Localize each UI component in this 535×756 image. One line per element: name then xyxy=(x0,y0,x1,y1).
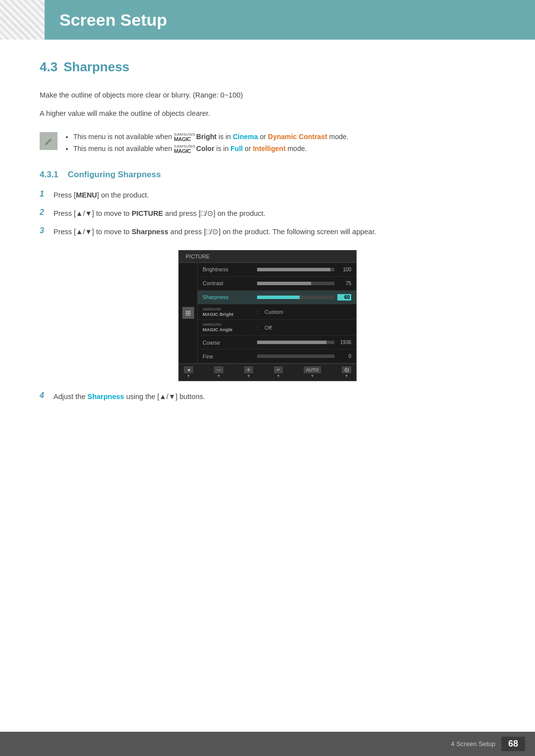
osd-label-magic-angle: SAMSUNG MAGIC Angle xyxy=(203,322,257,333)
osd-btn-enter: ↵ ▼ xyxy=(274,366,283,378)
note2-intelligent: Intelligent xyxy=(253,145,285,152)
section-title: 4.3 Sharpness xyxy=(40,59,495,75)
osd-btn-power-label: ▼ xyxy=(345,374,349,378)
step3-num: 3 xyxy=(40,226,49,235)
osd-header: PICTURE xyxy=(179,251,356,263)
osd-num-coarse: 1936 xyxy=(337,340,351,345)
osd-label-coarse: Coarse xyxy=(203,340,257,346)
osd-bar-fine xyxy=(257,354,334,358)
main-content: 4.3 Sharpness Make the outline of object… xyxy=(0,59,535,452)
osd-value-sharpness: 60 xyxy=(257,294,351,301)
osd-btn-enter-icon: ↵ xyxy=(274,366,283,373)
note2-full: Full xyxy=(230,145,243,152)
osd-bar-brightness xyxy=(257,268,334,271)
osd-btn-minus-label: ▼ xyxy=(217,374,221,378)
steps-list: 1 Press [MENU] on the product. 2 Press [… xyxy=(40,190,495,403)
osd-value-magic-angle: : Off xyxy=(257,325,351,331)
osd-btn-auto-label: ▼ xyxy=(311,374,315,378)
subsection-spacer xyxy=(61,170,65,179)
step4-text: Adjust the Sharpness using the [▲/▼] but… xyxy=(54,391,205,403)
osd-btn-plus: ✛ ▼ xyxy=(244,366,253,378)
osd-btn-auto-icon: AUTO xyxy=(304,366,321,373)
osd-label-sharpness: Sharpness xyxy=(203,294,257,300)
subsection-title: 4.3.1 Configuring Sharpness xyxy=(40,170,495,180)
osd-btn-back-label: ▼ xyxy=(187,374,191,378)
osd-footer: ◄ ▼ — ▼ ✛ ▼ ↵ ▼ xyxy=(179,363,356,381)
note-item-1: This menu is not available when SAMSUNG … xyxy=(73,131,348,143)
osd-value-magic-bright: : Custom xyxy=(257,309,351,315)
osd-btn-plus-label: ▼ xyxy=(247,374,251,378)
osd-left-icon: ⊞ xyxy=(179,263,198,364)
osd-btn-power: ⏻ ▼ xyxy=(342,366,351,378)
osd-value-contrast: 75 xyxy=(257,281,351,286)
osd-container: PICTURE ⊞ Brightness 1 xyxy=(40,250,495,382)
step2-key: PICTURE xyxy=(132,209,163,217)
brand-bright-label: SAMSUNG MAGIC xyxy=(174,133,196,142)
pencil-icon xyxy=(43,136,54,147)
osd-text-magic-bright: Custom xyxy=(265,309,283,315)
osd-value-coarse: 1936 xyxy=(257,340,351,345)
step2-text: Press [▲/▼] to move to PICTURE and press… xyxy=(54,208,266,219)
page-footer: 4 Screen Setup 68 xyxy=(0,732,535,756)
osd-body: ⊞ Brightness 100 xyxy=(179,263,356,364)
chapter-header: 4 Screen Setup xyxy=(0,0,535,40)
footer-page-number: 68 xyxy=(501,737,525,751)
osd-num-sharpness: 60 xyxy=(337,294,351,301)
osd-label-magic-bright: SAMSUNG MAGIC Bright xyxy=(203,307,257,317)
chapter-title: Screen Setup xyxy=(59,10,167,30)
osd-btn-enter-label: ▼ xyxy=(276,374,280,378)
osd-btn-power-icon: ⏻ xyxy=(342,366,351,373)
osd-rows: Brightness 100 Contrast xyxy=(198,263,356,364)
osd-label-contrast: Contrast xyxy=(203,280,257,286)
step4-key: Sharpness xyxy=(88,393,124,401)
note2-or: or xyxy=(245,145,253,152)
subsection-name: Configuring Sharpness xyxy=(68,170,161,179)
step2-num: 2 xyxy=(40,208,49,217)
note1-pre: This menu is not available when xyxy=(73,133,174,141)
body-line1: Make the outline of objects more clear o… xyxy=(40,90,495,101)
osd-screen: PICTURE ⊞ Brightness 1 xyxy=(178,250,357,382)
osd-value-brightness: 100 xyxy=(257,267,351,272)
brand-color-label: SAMSUNG MAGIC xyxy=(174,145,196,154)
note2-mid: is in xyxy=(216,145,231,152)
stripe-decoration xyxy=(0,0,45,40)
note2-pre: This menu is not available when xyxy=(73,145,174,152)
note1-dyncontrast: Dynamic Contrast xyxy=(268,133,327,141)
body-line2: A higher value will make the outline of … xyxy=(40,108,495,119)
osd-num-fine: 0 xyxy=(337,353,351,359)
osd-row-magic-angle: SAMSUNG MAGIC Angle : Off xyxy=(198,320,356,336)
note1-cinema: Cinema xyxy=(233,133,258,141)
step3-key: Sharpness xyxy=(132,228,168,236)
step4-num: 4 xyxy=(40,391,49,400)
osd-row-fine: Fine 0 xyxy=(198,350,356,363)
osd-value-fine: 0 xyxy=(257,353,351,359)
osd-row-coarse: Coarse 1936 xyxy=(198,336,356,350)
step1-key: MENU xyxy=(76,191,97,199)
osd-bar-sharpness xyxy=(257,296,334,299)
osd-row-sharpness: Sharpness 60 xyxy=(198,291,356,304)
note1-or: or xyxy=(260,133,268,141)
osd-num-contrast: 75 xyxy=(337,281,351,286)
note2-end: mode. xyxy=(287,145,307,152)
osd-row-brightness: Brightness 100 xyxy=(198,263,356,277)
osd-label-fine: Fine xyxy=(203,353,257,359)
osd-bar-contrast xyxy=(257,282,334,285)
step1-num: 1 xyxy=(40,190,49,199)
osd-bar-fill-brightness xyxy=(257,268,330,271)
osd-btn-auto: AUTO ▼ xyxy=(304,366,321,378)
step-4: 4 Adjust the Sharpness using the [▲/▼] b… xyxy=(40,391,495,403)
footer-text: 4 Screen Setup xyxy=(451,740,495,748)
note-box: This menu is not available when SAMSUNG … xyxy=(40,131,495,155)
osd-colon-angle: : xyxy=(257,325,259,331)
osd-btn-minus: — ▼ xyxy=(214,366,223,378)
subsection-number: 4.3.1 xyxy=(40,170,58,179)
osd-btn-back-icon: ◄ xyxy=(184,366,193,373)
section-number: 4.3 xyxy=(40,59,57,75)
osd-row-contrast: Contrast 75 xyxy=(198,277,356,291)
monitor-icon: ⊞ xyxy=(182,307,194,319)
step1-text: Press [MENU] on the product. xyxy=(54,190,149,201)
osd-colon-bright: : xyxy=(257,309,259,315)
note1-bold: Bright xyxy=(196,133,216,141)
note1-end: mode. xyxy=(329,133,348,141)
osd-bar-fill-sharpness xyxy=(257,296,300,299)
